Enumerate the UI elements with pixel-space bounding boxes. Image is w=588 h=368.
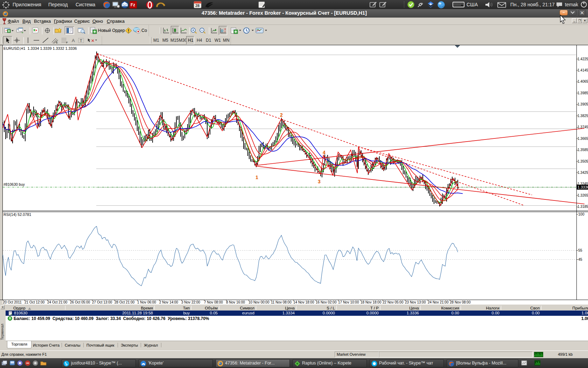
svg-text:10 Nov 00:00: 10 Nov 00:00	[248, 300, 270, 304]
svg-text:22 Nov 05:00: 22 Nov 05:00	[383, 300, 404, 304]
svg-text:7 Nov 08:00: 7 Nov 08:00	[204, 300, 223, 304]
svg-text:1.3825: 1.3825	[578, 114, 588, 118]
svg-text:1.4225: 1.4225	[578, 57, 588, 61]
svg-text:#810630 buy: #810630 buy	[4, 182, 25, 186]
svg-text:24 Nov 21:00: 24 Nov 21:00	[428, 300, 449, 304]
svg-text:1.3585: 1.3585	[578, 148, 588, 152]
svg-text:1.3665: 1.3665	[578, 137, 588, 141]
svg-text:45: 45	[578, 257, 582, 261]
svg-text:27 Oct 13:00: 27 Oct 13:00	[92, 300, 112, 304]
svg-text:1.3745: 1.3745	[578, 125, 588, 129]
svg-text:3 Nov 22:00: 3 Nov 22:00	[181, 300, 200, 304]
svg-text:1.3336: 1.3336	[578, 185, 588, 189]
svg-text:4: 4	[323, 150, 326, 155]
svg-text:28 Nov 08:00: 28 Nov 08:00	[450, 300, 471, 304]
svg-text:1: 1	[255, 175, 258, 180]
svg-text:A: A	[72, 38, 75, 43]
svg-text:20 Oct 2011: 20 Oct 2011	[3, 300, 22, 304]
svg-text:1.4145: 1.4145	[578, 68, 588, 72]
svg-text:8 Nov 16:00: 8 Nov 16:00	[226, 300, 245, 304]
svg-text:1.3265: 1.3265	[578, 193, 588, 197]
svg-text:28: 28	[195, 4, 200, 8]
svg-text:1.3905: 1.3905	[578, 102, 588, 106]
svg-text:1.4065: 1.4065	[578, 80, 588, 83]
svg-text:18 Nov 18:00: 18 Nov 18:00	[360, 300, 382, 304]
svg-text:21 Oct 12:00: 21 Oct 12:00	[24, 300, 45, 304]
svg-text:1.3505: 1.3505	[578, 159, 588, 163]
svg-text:23 Nov 13:00: 23 Nov 13:00	[405, 300, 426, 304]
svg-text:24 Oct 21:00: 24 Oct 21:00	[47, 300, 68, 304]
svg-text:1.3425: 1.3425	[578, 171, 588, 175]
svg-text:16 Nov 02:00: 16 Nov 02:00	[316, 300, 337, 304]
svg-text:1.3185: 1.3185	[578, 205, 588, 209]
svg-text:F: F	[66, 41, 68, 44]
svg-text:1 Nov 06:00: 1 Nov 06:00	[137, 300, 156, 304]
svg-text:2 Nov 14:00: 2 Nov 14:00	[159, 300, 178, 304]
svg-text:17 Nov 10:00: 17 Nov 10:00	[338, 300, 359, 304]
svg-text:14 Nov 18:00: 14 Nov 18:00	[293, 300, 314, 304]
svg-text:Fz: Fz	[131, 2, 135, 7]
svg-text:T: T	[80, 39, 82, 43]
svg-text:E: E	[56, 41, 58, 44]
svg-text:55: 55	[578, 248, 582, 252]
svg-text:28 Oct 21:00: 28 Oct 21:00	[114, 300, 135, 304]
svg-text:EURUSD,H1 1.3334 1.3339 1.333: EURUSD,H1 1.3334 1.3339 1.3332 1.3336	[4, 46, 77, 50]
svg-text:26 Oct 05:00: 26 Oct 05:00	[70, 300, 90, 304]
svg-text:100: 100	[578, 212, 584, 216]
svg-text:3: 3	[318, 179, 321, 184]
svg-text:11 Nov 08:00: 11 Nov 08:00	[271, 300, 292, 304]
svg-text:RSI(14) 52.0781: RSI(14) 52.0781	[4, 212, 31, 217]
svg-text:2: 2	[280, 112, 283, 118]
svg-text:1.3985: 1.3985	[578, 91, 588, 95]
